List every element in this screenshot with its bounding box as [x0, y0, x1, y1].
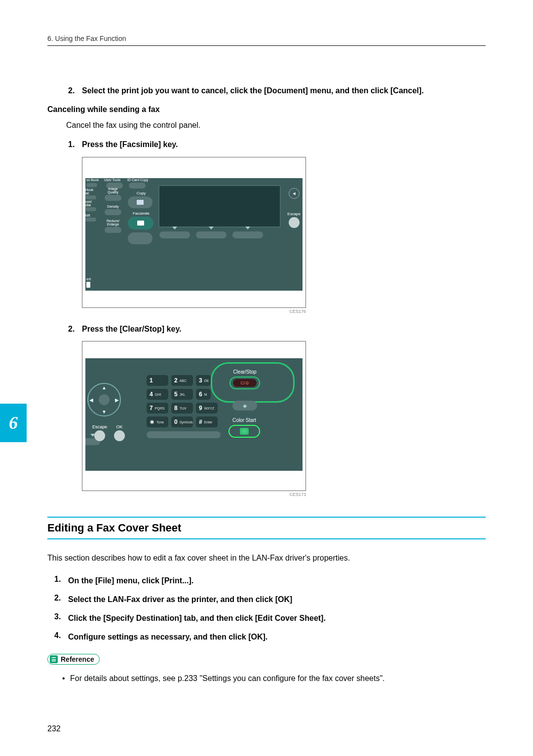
- arrow-up-icon: ▲: [102, 385, 107, 390]
- panel-label: use/: [85, 200, 96, 203]
- panel-label: Enlarge: [107, 223, 119, 226]
- page-number: 232: [47, 724, 61, 733]
- panel-label: ID Card Copy: [127, 178, 148, 182]
- figure-control-panel-2: ▲ ▼ ◀ ▶ Escape OK 1 2ABC 3DE: [82, 341, 306, 497]
- section-heading: Editing a Fax Cover Sheet: [47, 522, 486, 534]
- step-text: On the [File] menu, click [Print...].: [68, 575, 193, 587]
- sub-heading: Canceling while sending a fax: [47, 105, 486, 114]
- panel-button: [105, 209, 121, 215]
- key-0: 0Symbols: [171, 416, 193, 427]
- step-text: Configure settings as necessary, and the…: [68, 631, 267, 643]
- key-2: 2ABC: [171, 375, 193, 386]
- step-number: 2.: [68, 323, 82, 336]
- key-9: 9WXYZ: [196, 403, 218, 414]
- panel-button: [105, 227, 121, 233]
- panel-softkey: [232, 231, 263, 238]
- reference-icon: ☰: [50, 655, 58, 663]
- figure-caption: CES176: [82, 308, 306, 314]
- key-hash: #Enter: [196, 416, 218, 427]
- key-3: 3DE: [196, 375, 211, 386]
- key-8: 8TUV: [171, 403, 193, 414]
- step-number: 2.: [54, 594, 68, 605]
- panel-button: [85, 218, 96, 222]
- clear-stop-icon: C/⊘: [233, 379, 257, 387]
- step-text: Select the print job you want to cancel,…: [82, 84, 424, 97]
- panel-bar: [147, 431, 221, 438]
- color-start-button: [228, 425, 260, 438]
- step-text: Press the [Facsimile] key.: [82, 138, 178, 151]
- panel-label: OK: [114, 424, 125, 429]
- panel-label: dial: [85, 203, 96, 207]
- facsimile-button: [128, 217, 153, 229]
- dpad: ▲ ▼ ◀ ▶: [87, 383, 121, 416]
- step-number: 2.: [68, 84, 82, 97]
- panel-label: User Tools: [104, 178, 120, 182]
- panel-label: Facsimile: [128, 211, 154, 216]
- copy-button: [128, 196, 152, 208]
- panel-label: Escape: [287, 212, 301, 216]
- key-1: 1: [147, 375, 168, 386]
- escape-button: [94, 430, 105, 441]
- panel-label: Reduce/: [107, 219, 119, 223]
- step-number: 3.: [54, 612, 68, 624]
- clear-stop-button: C/⊘: [229, 377, 260, 389]
- key-star: ∗Tone: [147, 416, 168, 427]
- bw-start-button: ◈: [232, 401, 257, 411]
- panel-screen: [158, 185, 281, 227]
- panel-button: [85, 207, 96, 211]
- panel-button: [105, 195, 121, 201]
- running-header: 6. Using the Fax Function: [47, 35, 486, 46]
- keypad: 1 2ABC 3DE 4GHI 5JKL 6M 7PQRS 8TUV 9WXYZ: [147, 375, 221, 438]
- arrow-right-icon: ▶: [115, 397, 119, 403]
- panel-label: Hook: [85, 188, 96, 191]
- step-number: 1.: [54, 575, 68, 587]
- bullet-text: For details about settings, see p.233 "S…: [70, 673, 385, 684]
- key-6: 6M: [196, 389, 211, 400]
- figure-caption: CES173: [82, 491, 306, 497]
- ok-button: [114, 430, 125, 441]
- panel-label: Density: [102, 205, 124, 208]
- panel-label: hift: [85, 214, 96, 217]
- key-4: 4GHI: [147, 389, 168, 400]
- panel-label: ert: [86, 277, 91, 281]
- arrow-down-icon: ▼: [102, 409, 107, 415]
- panel-label: Color Start: [228, 417, 260, 423]
- panel-button: [128, 232, 152, 244]
- step-number: 4.: [54, 631, 68, 643]
- panel-button: [85, 195, 96, 199]
- panel-button: [86, 183, 97, 187]
- panel-label: Quality: [108, 190, 118, 194]
- panel-label: Copy: [128, 191, 154, 195]
- body-text: This section describes how to edit a fax…: [47, 552, 486, 564]
- body-text: Cancel the fax using the control panel.: [66, 119, 486, 132]
- escape-button: [289, 217, 300, 228]
- step-number: 1.: [68, 138, 82, 151]
- panel-label: Image: [108, 187, 117, 190]
- step-text: Click the [Specify Destination] tab, and…: [68, 612, 326, 624]
- speaker-icon: ◄: [289, 188, 300, 199]
- panel-label: ial: [85, 191, 96, 195]
- chapter-tab: 6: [0, 404, 27, 442]
- arrow-left-icon: ◀: [89, 397, 93, 403]
- panel-softkey: [159, 231, 190, 238]
- key-5: 5JKL: [171, 389, 193, 400]
- key-7: 7PQRS: [147, 403, 168, 414]
- reference-label: Reference: [61, 655, 94, 663]
- bullet-icon: •: [62, 673, 70, 684]
- panel-softkey: [196, 231, 227, 238]
- step-text: Select the LAN-Fax driver as the printer…: [68, 594, 292, 605]
- panel-label: Clear/Stop: [229, 369, 260, 375]
- panel-label: ss Book: [86, 178, 99, 182]
- panel-label: Escape: [92, 424, 107, 429]
- figure-control-panel-1: User Tools ID Card Copy ss Book Hookial …: [82, 157, 306, 314]
- reference-badge: ☰ Reference: [47, 654, 100, 665]
- step-text: Press the [Clear/Stop] key.: [82, 323, 182, 336]
